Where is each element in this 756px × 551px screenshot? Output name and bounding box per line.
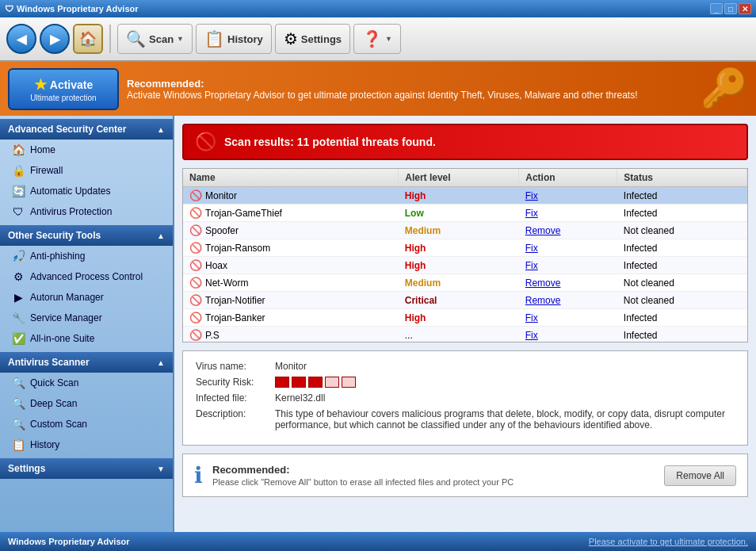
status-value: Infected — [624, 243, 658, 254]
maximize-button[interactable]: □ — [724, 3, 737, 14]
sidebar-section-arrow-settings[interactable]: ▼ — [157, 465, 165, 473]
help-toolbar-button[interactable]: ❓ ▼ — [353, 24, 401, 54]
settings-toolbar-button[interactable]: ⚙ Settings — [275, 24, 350, 54]
cell-alert: ... — [399, 327, 519, 343]
cell-action[interactable]: Fix — [519, 205, 617, 222]
sidebar-item-history[interactable]: 📋 History — [0, 434, 173, 455]
status-bar-link[interactable]: Please activate to get ultimate protecti… — [589, 537, 748, 546]
back-button[interactable]: ◀ — [6, 24, 36, 54]
sidebar-section-advanced-security[interactable]: Advanced Security Center ▲ — [0, 119, 173, 140]
table-row[interactable]: 🚫Net-Worm Medium Remove Not cleaned — [183, 274, 747, 292]
detail-infected-file-row: Infected file: Kernel32.dll — [196, 392, 735, 404]
forward-button[interactable]: ▶ — [40, 24, 70, 54]
home-button[interactable]: 🏠 — [73, 24, 103, 54]
detail-virus-name-row: Virus name: Monitor — [196, 361, 735, 372]
results-table-wrapper[interactable]: Name Alert level Action Status 🚫Monitor … — [182, 168, 748, 342]
action-link[interactable]: Fix — [525, 312, 538, 323]
action-link[interactable]: Remove — [525, 277, 561, 289]
row-icon: 🚫 — [189, 259, 202, 271]
history-toolbar-button[interactable]: 📋 History — [196, 24, 272, 54]
cell-alert: High — [399, 257, 519, 274]
cell-action[interactable]: Remove — [519, 222, 617, 239]
action-link[interactable]: Fix — [525, 330, 538, 341]
activate-label: Activate — [50, 78, 93, 91]
col-action: Action — [519, 169, 617, 187]
recommendation-panel: ℹ Recommended: Please click "Remove All"… — [182, 453, 748, 497]
cell-alert: Medium — [399, 222, 519, 239]
alert-level: High — [405, 260, 426, 271]
sidebar-item-advanced-process-control[interactable]: ⚙ Advanced Process Control — [0, 266, 173, 287]
cell-action[interactable]: Fix — [519, 187, 617, 205]
help-dropdown-arrow[interactable]: ▼ — [385, 35, 392, 43]
table-row[interactable]: 🚫Spoofer Medium Remove Not cleaned — [183, 222, 747, 239]
table-row[interactable]: 🚫Trojan-GameThief Low Fix Infected — [183, 205, 747, 222]
sidebar-section-arrow-tools[interactable]: ▲ — [157, 231, 165, 240]
sidebar-section-antivirus-scanner[interactable]: Antivirus Scanner ▲ — [0, 352, 173, 373]
action-link[interactable]: Remove — [525, 225, 561, 236]
sidebar-item-autorun-manager[interactable]: ▶ Autorun Manager — [0, 287, 173, 308]
sidebar-section-settings[interactable]: Settings ▼ — [0, 458, 173, 479]
action-link[interactable]: Fix — [525, 243, 538, 254]
cell-action[interactable]: Fix — [519, 327, 617, 343]
action-link[interactable]: Remove — [525, 295, 561, 306]
sidebar-item-all-in-one[interactable]: ✅ All-in-one Suite — [0, 328, 173, 349]
sidebar-item-service-manager[interactable]: 🔧 Service Manager — [0, 308, 173, 328]
action-link[interactable]: Fix — [525, 208, 538, 219]
activate-button[interactable]: ★ Activate Ultimate protection — [8, 68, 119, 110]
sidebar-item-automatic-updates[interactable]: 🔄 Automatic Updates — [0, 181, 173, 201]
sidebar-item-deep-scan[interactable]: 🔍 Deep Scan — [0, 393, 173, 414]
sidebar-item-home[interactable]: 🏠 Home — [0, 140, 173, 160]
cell-action[interactable]: Fix — [519, 239, 617, 257]
scan-dropdown-arrow[interactable]: ▼ — [177, 35, 184, 43]
detail-description-label: Description: — [196, 408, 275, 419]
row-icon: 🚫 — [189, 189, 202, 201]
sidebar-section-arrow-scanner[interactable]: ▲ — [157, 358, 165, 367]
sidebar-item-firewall[interactable]: 🔒 Firewall — [0, 160, 173, 181]
sidebar-item-allinone-label: All-in-one Suite — [30, 333, 94, 344]
scan-results-banner: 🚫 Scan results: 11 potential threats fou… — [182, 124, 748, 160]
sidebar-section-arrow-security[interactable]: ▲ — [157, 125, 165, 134]
scan-button[interactable]: 🔍 Scan ▼ — [117, 24, 193, 54]
status-value: Not cleaned — [624, 225, 674, 236]
detail-infected-file-value: Kernel32.dll — [275, 392, 325, 404]
cell-alert: Low — [399, 205, 519, 222]
table-row[interactable]: 🚫Trojan-Ransom High Fix Infected — [183, 239, 747, 257]
sidebar-item-custom-scan[interactable]: 🔍 Custom Scan — [0, 414, 173, 434]
cell-status: Not cleaned — [617, 292, 747, 309]
col-status: Status — [617, 169, 747, 187]
sidebar-section-other-tools[interactable]: Other Security Tools ▲ — [0, 225, 173, 246]
cell-action[interactable]: Fix — [519, 257, 617, 274]
row-icon: 🚫 — [189, 277, 202, 289]
alert-level: High — [405, 243, 426, 254]
table-row[interactable]: 🚫Trojan-Banker High Fix Infected — [183, 309, 747, 327]
sidebar-item-anti-phishing[interactable]: 🎣 Anti-phishing — [0, 246, 173, 266]
cell-action[interactable]: Fix — [519, 309, 617, 327]
cell-name: 🚫P.S — [183, 327, 399, 343]
sidebar-item-quick-scan[interactable]: 🔍 Quick Scan — [0, 373, 173, 393]
status-value: Infected — [624, 330, 658, 341]
history-sidebar-icon: 📋 — [11, 438, 25, 452]
action-link[interactable]: Fix — [525, 190, 538, 201]
history-label: History — [227, 33, 263, 45]
action-link[interactable]: Fix — [525, 260, 538, 271]
cell-action[interactable]: Remove — [519, 274, 617, 292]
window-controls: _ □ ✕ — [710, 3, 751, 14]
cell-action[interactable]: Remove — [519, 292, 617, 309]
sidebar-item-antivirus-protection[interactable]: 🛡 Antivirus Protection — [0, 201, 173, 222]
close-button[interactable]: ✕ — [739, 3, 751, 14]
key-icon: 🔑 — [701, 67, 748, 111]
banner-recommended: Recommended: — [127, 78, 204, 90]
risk-bar-3 — [308, 377, 323, 388]
risk-bar-5 — [342, 377, 356, 388]
banner-description: Activate Windows Proprietary Advisor to … — [127, 90, 638, 101]
table-row[interactable]: 🚫Hoax High Fix Infected — [183, 257, 747, 274]
table-row[interactable]: 🚫P.S ... Fix Infected — [183, 327, 747, 343]
status-value: Not cleaned — [624, 295, 674, 306]
minimize-button[interactable]: _ — [710, 3, 723, 14]
risk-bar-1 — [275, 377, 289, 388]
sidebar-section-label-scanner: Antivirus Scanner — [8, 357, 90, 368]
remove-all-button[interactable]: Remove All — [664, 465, 736, 486]
table-row[interactable]: 🚫Monitor High Fix Infected — [183, 187, 747, 205]
table-row[interactable]: 🚫Trojan-Notifier Critical Remove Not cle… — [183, 292, 747, 309]
row-icon: 🚫 — [189, 294, 202, 306]
